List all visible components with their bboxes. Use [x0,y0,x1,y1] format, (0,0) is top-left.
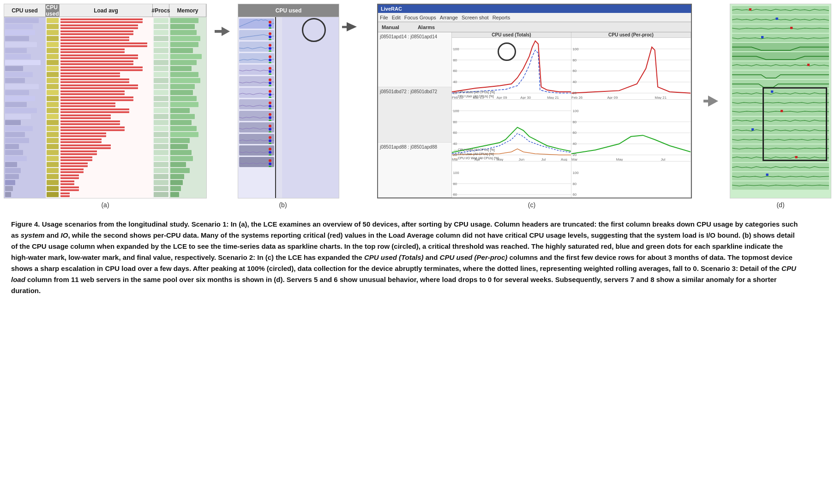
menu-edit[interactable]: Edit [392,15,401,20]
cpu2-bar [47,192,59,197]
device-item-3: j08501apd88 : j08501apd88 [378,143,451,198]
svg-rect-82 [776,18,778,20]
svg-text:80: 80 [453,120,457,124]
dot-blue-7 [269,93,271,96]
toolbar-alarms: Alarms [418,24,435,30]
cpu-bar [5,42,37,47]
cpu2-bar [47,144,59,149]
chart-cell-2-perproc: 100 80 60 40 20 Mar May Jul [571,100,691,161]
panel-d-row-3 [732,24,829,33]
dot-blue-3 [269,47,271,50]
svg-text:80: 80 [573,120,577,124]
sparkline-row-13 [239,157,274,167]
svg-text:100: 100 [453,108,460,113]
cpu2-bar [47,168,59,173]
arrow-a-to-b [210,4,235,198]
load-bar [60,144,111,149]
cpu-bar [5,144,19,149]
cpu-bar [5,192,11,197]
menu-screenshot[interactable]: Screen shot [462,15,489,20]
menu-reports[interactable]: Reports [493,15,511,20]
memory-bar [170,66,192,71]
cpu-bar [5,78,25,83]
memory-bar [170,144,188,149]
label-a: (a) [4,201,207,209]
dot-blue-5 [269,70,271,73]
cpu-bar [5,18,39,23]
cpu-bar [5,180,15,185]
cpu-bar [5,132,25,137]
device-list: j08501apd14 : j08501apd14 j08501dbd72 : … [378,32,452,198]
svg-text:100: 100 [573,47,579,51]
arrow-visual-bc [342,22,357,31]
sparkline-row-12 [239,145,274,156]
memory-bar [170,180,183,185]
caption-text-4: and [424,253,440,261]
load-bar [60,138,102,143]
menu-file[interactable]: File [380,15,388,20]
svg-text:60: 60 [453,131,457,135]
load-bar [60,42,147,47]
memory-bar [170,48,193,53]
caption-text: Figure 4. Usage scenarios from the longi… [11,219,801,296]
cpu-bar [5,66,23,71]
caption-section: Figure 4. Usage scenarios from the longi… [0,211,812,307]
panel-d-row-2 [732,15,829,24]
memory-bar [170,162,186,167]
procs-bar [154,18,168,23]
dot-blue-10 [269,128,271,131]
memory-bar [170,42,198,47]
panel-d-row-19 [732,172,829,180]
cpu2-bar [47,48,59,53]
cpu-bar [5,48,27,53]
procs-bar [154,60,168,65]
chart-cell-1-perproc: 100 80 60 40 20 Feb 26 Apr 09 May 21 [571,38,691,99]
menu-arrange[interactable]: Arrange [440,15,458,20]
arrow-head [222,27,230,36]
memory-bar [170,108,190,113]
load-bar [60,150,97,155]
panel-d-row-10 [732,89,829,97]
cpu2-bar [47,84,59,89]
procs-bar [154,138,168,143]
label-d: (d) [730,201,831,209]
dot-red-6 [269,78,271,81]
memory-bar [170,168,190,173]
cpu2-bar [47,186,59,191]
load-bar [60,36,129,41]
memory-bar [170,96,197,101]
arrow-head-cd [708,96,718,107]
menu-focus-groups[interactable]: Focus Groups [404,15,436,20]
procs-bar [154,108,168,113]
caption-cpu-totals: CPU used (Totals) [364,253,424,261]
device-id-1: j08501apd14 : j08501apd14 [380,34,437,39]
dot-blue-13 [269,162,271,165]
cpu2-bar [47,114,59,119]
sparkline-row-3 [239,42,274,52]
labels-row: (a) (b) (c) (d) [0,198,835,211]
load-bar [60,18,143,23]
cpu-bar [5,84,39,89]
load-bar [60,72,120,77]
cpu2-bar [47,120,59,125]
chart-legend-1: — CPU Used (All CPUs) [%] - - CPU User (… [454,90,495,98]
svg-text:60: 60 [573,192,577,197]
panel-label-a: (a) [101,201,109,209]
svg-text:Feb 26: Feb 26 [571,96,583,99]
panel-d-row-18 [732,163,829,171]
chart-cell-2-totals: 100 80 60 40 20 Mar Apr May Jun Jul Aug [452,100,571,161]
load-bar [60,102,115,107]
col-cpu-used-1 [4,17,46,198]
panel-d-row-8 [732,71,829,79]
procs-bar [154,132,168,137]
svg-text:40: 40 [573,80,577,84]
svg-text:60: 60 [573,131,577,135]
dot-red-4 [269,55,271,58]
cpu2-bar [47,96,59,101]
cpu2-bar [47,42,59,47]
panel-d-row-11 [732,98,829,107]
panel-d-row-12 [732,108,829,116]
cpu2-bar [47,36,59,41]
svg-rect-90 [766,174,769,176]
panel-b: CPU used [238,4,339,198]
